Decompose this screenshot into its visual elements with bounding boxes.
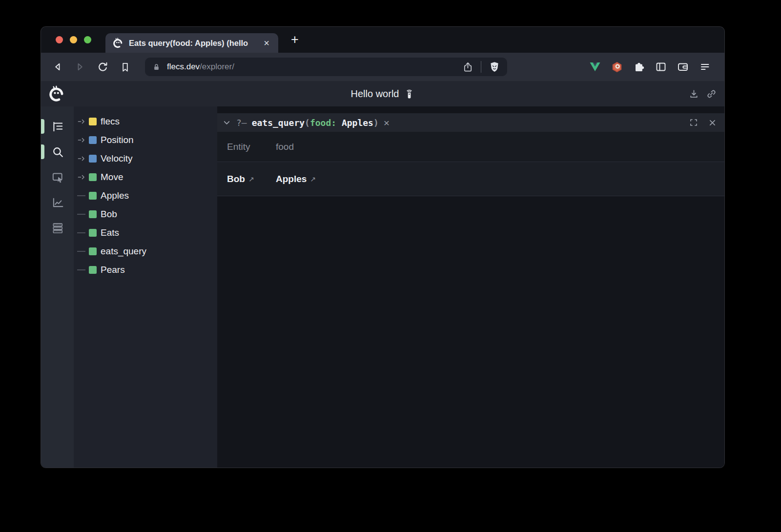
entity-color-swatch bbox=[89, 229, 97, 237]
entity-color-swatch bbox=[89, 210, 97, 218]
divider bbox=[481, 61, 481, 73]
table-row: Bob↗ Apples↗ bbox=[217, 162, 724, 196]
collapse-chevron-icon[interactable] bbox=[222, 118, 231, 127]
open-entity-icon[interactable]: ↗ bbox=[310, 175, 316, 183]
query-expression: ?–eats_query(food: Apples) bbox=[236, 118, 379, 128]
entity-color-swatch bbox=[89, 136, 97, 144]
leaf-dash bbox=[77, 266, 86, 274]
tree-item-velocity[interactable]: Velocity bbox=[74, 149, 217, 168]
tree-item-bob[interactable]: Bob bbox=[74, 205, 217, 224]
entity-tree-panel: flecs Position Velocity Move Apples bbox=[74, 106, 217, 468]
entity-color-swatch bbox=[89, 118, 97, 125]
browser-window: Eats query(food: Apples) (hello × + flec… bbox=[41, 27, 724, 468]
expand-arrow-icon[interactable] bbox=[77, 118, 86, 125]
icon-rail bbox=[41, 106, 74, 468]
hexagon-extension-icon[interactable] bbox=[611, 61, 623, 73]
query-param: food: bbox=[310, 118, 336, 128]
expand-arrow-icon[interactable] bbox=[77, 136, 86, 144]
app-title-group: Hello world bbox=[351, 88, 415, 100]
column-header-entity: Entity bbox=[227, 142, 276, 152]
active-panel-indicator bbox=[41, 144, 44, 159]
entity-color-swatch bbox=[89, 192, 97, 200]
open-entity-icon[interactable]: ↗ bbox=[248, 175, 254, 183]
tree-item-move[interactable]: Move bbox=[74, 168, 217, 186]
lock-icon bbox=[152, 62, 161, 72]
search-icon[interactable] bbox=[51, 145, 64, 158]
tree-item-label: Apples bbox=[101, 190, 129, 201]
tree-item-label: Velocity bbox=[101, 153, 132, 164]
back-button[interactable] bbox=[51, 60, 64, 74]
leaf-dash bbox=[77, 247, 86, 255]
query-clear-icon[interactable]: × bbox=[384, 118, 390, 128]
expand-arrow-icon[interactable] bbox=[77, 173, 86, 181]
tree-item-position[interactable]: Position bbox=[74, 131, 217, 149]
minimize-window-button[interactable] bbox=[70, 36, 77, 43]
tree-item-eats[interactable]: Eats bbox=[74, 224, 217, 242]
share-icon[interactable] bbox=[462, 61, 473, 73]
menu-icon[interactable] bbox=[699, 61, 711, 73]
food-name: Apples bbox=[276, 174, 307, 184]
app-header-actions bbox=[687, 87, 718, 100]
entity-color-swatch bbox=[89, 266, 97, 274]
data-rows-icon[interactable] bbox=[51, 222, 64, 234]
wallet-icon[interactable] bbox=[677, 61, 689, 73]
extensions-area bbox=[589, 61, 715, 73]
query-header: ?–eats_query(food: Apples) × bbox=[217, 113, 724, 132]
tree-item-label: flecs bbox=[101, 116, 120, 127]
close-panel-icon[interactable] bbox=[708, 119, 717, 127]
remote-connection-icon[interactable] bbox=[404, 88, 414, 99]
query-name: eats_query bbox=[252, 118, 305, 128]
browser-toolbar: flecs.dev/explorer/ bbox=[41, 53, 724, 81]
browser-tab[interactable]: Eats query(food: Apples) (hello × bbox=[105, 33, 278, 53]
window-controls bbox=[56, 36, 91, 43]
tree-item-flecs[interactable]: flecs bbox=[74, 112, 217, 131]
tree-item-label: eats_query bbox=[101, 246, 146, 257]
brave-shield-icon[interactable] bbox=[489, 61, 500, 73]
sidebar-toggle-icon[interactable] bbox=[655, 61, 667, 73]
charts-icon[interactable] bbox=[51, 196, 64, 209]
food-cell[interactable]: Apples↗ bbox=[276, 174, 724, 184]
query-value: Apples bbox=[336, 118, 373, 128]
vue-devtools-icon[interactable] bbox=[589, 61, 601, 73]
tree-item-apples[interactable]: Apples bbox=[74, 186, 217, 205]
flecs-favicon-icon bbox=[112, 38, 123, 48]
tree-item-label: Eats bbox=[101, 227, 119, 238]
extensions-puzzle-icon[interactable] bbox=[633, 61, 645, 73]
tree-item-label: Move bbox=[101, 172, 123, 183]
column-header-food: food bbox=[276, 142, 724, 152]
app-body: flecs Position Velocity Move Apples bbox=[41, 106, 724, 468]
address-bar[interactable]: flecs.dev/explorer/ bbox=[145, 58, 507, 76]
results-table-header: Entity food bbox=[217, 132, 724, 162]
entity-cell[interactable]: Bob↗ bbox=[227, 174, 276, 184]
close-window-button[interactable] bbox=[56, 36, 63, 43]
query-prompt: ?– bbox=[236, 118, 247, 128]
reload-button[interactable] bbox=[96, 60, 109, 74]
tree-item-pears[interactable]: Pears bbox=[74, 261, 217, 279]
fullscreen-icon[interactable] bbox=[689, 118, 698, 127]
tree-item-eats-query[interactable]: eats_query bbox=[74, 242, 217, 261]
entity-color-swatch bbox=[89, 155, 97, 163]
leaf-dash bbox=[77, 192, 86, 200]
expand-arrow-icon[interactable] bbox=[77, 155, 86, 163]
entity-name: Bob bbox=[227, 174, 245, 184]
tab-close-icon[interactable]: × bbox=[261, 37, 272, 49]
panel-gap bbox=[217, 106, 724, 113]
tab-bar: Eats query(food: Apples) (hello × + bbox=[41, 27, 724, 53]
tab-title: Eats query(food: Apples) (hello bbox=[129, 39, 261, 48]
paren-open: ( bbox=[305, 118, 310, 128]
entity-color-swatch bbox=[89, 173, 97, 181]
tree-item-label: Bob bbox=[101, 209, 117, 220]
forward-button[interactable] bbox=[73, 60, 87, 74]
entity-color-swatch bbox=[89, 247, 97, 255]
new-tab-button[interactable]: + bbox=[288, 33, 302, 46]
leaf-dash bbox=[77, 210, 86, 218]
inspector-icon[interactable] bbox=[51, 171, 64, 184]
tree-view-icon[interactable] bbox=[51, 120, 64, 133]
active-panel-indicator bbox=[41, 119, 44, 134]
bookmark-icon[interactable] bbox=[118, 60, 132, 74]
link-icon[interactable] bbox=[705, 87, 718, 100]
zoom-window-button[interactable] bbox=[84, 36, 91, 43]
flecs-logo-icon bbox=[48, 85, 64, 102]
tree-item-label: Pears bbox=[101, 265, 125, 275]
download-icon[interactable] bbox=[687, 87, 700, 100]
